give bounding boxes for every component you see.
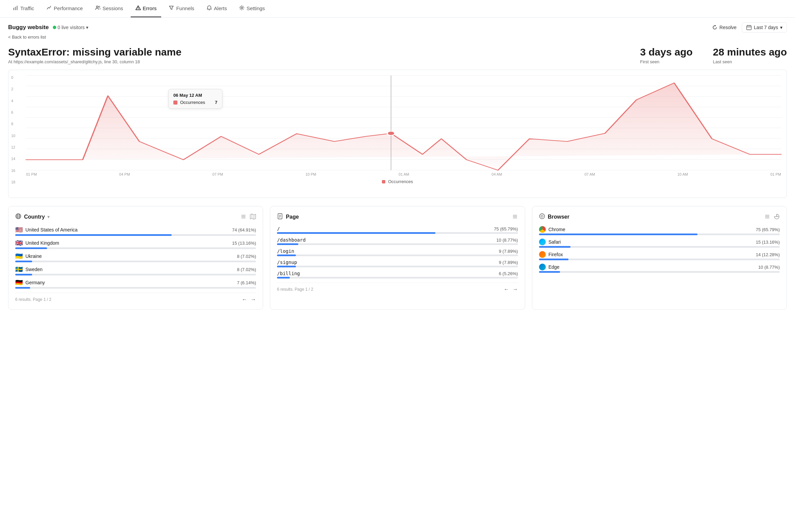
browser-card-actions: [764, 213, 780, 221]
menu-icon[interactable]: [764, 213, 770, 221]
progress-bar-bg: [277, 232, 518, 234]
resolve-label: Resolve: [720, 25, 737, 30]
country-value: 8 (7.02%): [237, 267, 256, 272]
country-name: United Kingdom: [25, 240, 59, 246]
first-seen-value: 3 days ago: [640, 46, 693, 58]
browser-row-label: Firefox: [539, 251, 563, 258]
page-row: / 75 (65.79%): [277, 226, 518, 231]
performance-icon: [47, 5, 52, 12]
list-item: 🇩🇪 Germany 7 (6.14%): [15, 279, 256, 289]
last-seen-value: 28 minutes ago: [713, 46, 787, 58]
page-row-label: /signup: [277, 260, 297, 265]
country-row: 🇸🇪 Sweden 8 (7.02%): [15, 266, 256, 273]
chart-y-axis: 18 16 14 12 10 8 6 4 2 0: [8, 75, 21, 184]
error-top: SyntaxError: missing variable name At ht…: [8, 46, 787, 64]
flag-icon: 🇺🇦: [15, 252, 23, 260]
errors-icon: [135, 5, 141, 12]
browser-card: Browser Chrome 75 (65.79%): [532, 206, 787, 310]
nav-traffic[interactable]: Traffic: [8, 0, 39, 17]
country-card: Country ▾ 🇺🇸 United States of America 74…: [8, 206, 263, 310]
country-name: Germany: [25, 280, 45, 285]
svg-point-7: [138, 9, 138, 10]
chevron-down-icon: ▾: [86, 25, 88, 30]
country-card-actions: [240, 213, 256, 221]
list-item: Edge 10 (8.77%): [539, 264, 780, 273]
page-card: Page / 75 (65.79%) /dashboard 10 (8.77%)…: [270, 206, 525, 310]
progress-bar-fill: [277, 277, 290, 279]
list-item: Chrome 75 (65.79%): [539, 226, 780, 235]
svg-point-43: [539, 214, 544, 219]
page-card-header: Page: [277, 213, 518, 221]
country-footer-text: 6 results. Page 1 / 2: [15, 297, 52, 302]
browser-row: Edge 10 (8.77%): [539, 264, 780, 270]
country-name: Ukraine: [25, 253, 42, 259]
flag-icon: 🇬🇧: [15, 239, 23, 247]
progress-bar-bg: [15, 234, 256, 236]
list-item: 🇬🇧 United Kingdom 15 (13.16%): [15, 239, 256, 249]
browser-card-title: Browser: [539, 213, 570, 221]
page-card-title: Page: [277, 213, 299, 221]
page-card-actions: [512, 213, 518, 221]
breadcrumb[interactable]: < Back to errors list: [0, 33, 795, 40]
country-value: 8 (7.02%): [237, 254, 256, 259]
progress-bar-fill: [539, 271, 560, 273]
country-row-label: 🇸🇪 Sweden: [15, 266, 43, 273]
map-icon[interactable]: [250, 213, 256, 221]
resolve-button[interactable]: Resolve: [712, 25, 737, 30]
browser-row-label: Edge: [539, 264, 560, 270]
nav-performance[interactable]: Performance: [42, 0, 88, 17]
svg-point-44: [541, 215, 543, 217]
browser-value: 10 (8.77%): [758, 265, 780, 270]
menu-icon[interactable]: [512, 213, 518, 221]
country-value: 74 (64.91%): [232, 227, 256, 232]
svg-rect-9: [746, 26, 751, 30]
progress-bar-bg: [539, 246, 780, 248]
country-row: 🇺🇦 Ukraine 8 (7.02%): [15, 252, 256, 260]
country-row-label: 🇺🇸 United States of America: [15, 226, 77, 233]
svg-point-8: [241, 7, 243, 9]
progress-bar-bg: [277, 277, 518, 279]
chevron-down-icon: ▾: [780, 25, 782, 30]
nav-funnels[interactable]: Funnels: [164, 0, 199, 17]
page-value: 75 (65.79%): [494, 226, 518, 231]
browser-name: Firefox: [549, 252, 563, 257]
browser-brand-icon: [539, 239, 546, 245]
header-row: Buggy website 0 live visitors ▾ Resolve …: [0, 18, 795, 33]
country-value: 7 (6.14%): [237, 280, 256, 285]
country-row: 🇬🇧 United Kingdom 15 (13.16%): [15, 239, 256, 247]
nav-alerts[interactable]: Alerts: [202, 0, 232, 17]
date-range-picker[interactable]: Last 7 days ▾: [742, 22, 787, 33]
bottom-cards: Country ▾ 🇺🇸 United States of America 74…: [0, 198, 795, 318]
browser-name: Chrome: [549, 227, 566, 232]
flag-icon: 🇺🇸: [15, 226, 23, 233]
country-row-label: 🇬🇧 United Kingdom: [15, 239, 59, 247]
progress-bar-bg: [539, 259, 780, 260]
progress-bar-fill: [15, 261, 32, 262]
chart-svg: [26, 75, 781, 170]
nav-errors[interactable]: Errors: [131, 0, 162, 17]
calendar-icon: [746, 25, 752, 30]
live-visitors-indicator[interactable]: 0 live visitors ▾: [53, 25, 88, 30]
country-card-title[interactable]: Country ▾: [15, 213, 50, 221]
nav-settings[interactable]: Settings: [234, 0, 270, 17]
pie-chart-icon[interactable]: [774, 213, 780, 221]
progress-bar-bg: [15, 287, 256, 289]
progress-bar-bg: [15, 247, 256, 249]
browser-row-label: Safari: [539, 239, 561, 245]
funnels-icon: [169, 5, 174, 12]
nav-sessions[interactable]: Sessions: [90, 0, 128, 17]
page-next-button[interactable]: →: [513, 286, 518, 292]
chevron-down-icon: ▾: [48, 214, 50, 219]
browser-brand-icon: [539, 226, 546, 233]
first-seen-label: First seen: [640, 59, 693, 64]
first-seen-stat: 3 days ago First seen: [640, 46, 693, 64]
page-row-label: /dashboard: [277, 237, 306, 243]
page-row-label: /login: [277, 248, 294, 254]
country-next-button[interactable]: →: [251, 297, 256, 303]
country-prev-button[interactable]: ←: [242, 297, 247, 303]
list-item: 🇺🇸 United States of America 74 (64.91%): [15, 226, 256, 236]
page-prev-button[interactable]: ←: [504, 286, 509, 292]
occurrences-chart: 18 16 14 12 10 8 6 4 2 0: [8, 70, 787, 198]
svg-rect-2: [17, 6, 18, 10]
menu-icon[interactable]: [240, 213, 246, 221]
